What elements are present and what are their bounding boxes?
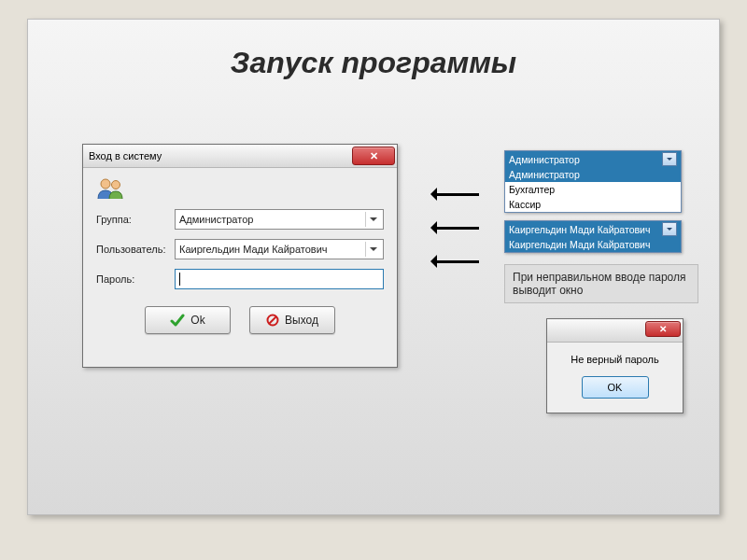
- password-row: Пароль:: [96, 269, 384, 289]
- chevron-down-icon[interactable]: [662, 222, 677, 236]
- login-titlebar[interactable]: Вход в систему ✕: [83, 145, 397, 168]
- arrow-icon: [424, 188, 479, 201]
- login-window: Вход в систему ✕ Группа: Администратор: [82, 144, 398, 368]
- svg-point-1: [112, 181, 120, 189]
- close-button[interactable]: ✕: [352, 147, 395, 165]
- error-titlebar[interactable]: ✕: [547, 319, 683, 343]
- page-title: Запуск программы: [28, 20, 719, 80]
- password-label: Пароль:: [96, 273, 175, 285]
- group-dropdown-list: Администратор Бухгалтер Кассир: [505, 167, 681, 212]
- group-dropdown[interactable]: Администратор Администратор Бухгалтер Ка…: [504, 150, 682, 213]
- user-dropdown-selected: Каиргельдин Мади Кайратович: [509, 223, 650, 236]
- group-dropdown-selected: Администратор: [509, 153, 580, 166]
- forbidden-icon: [266, 314, 279, 327]
- svg-point-0: [101, 179, 110, 189]
- button-row: Ok Выход: [96, 306, 384, 334]
- user-dropdown[interactable]: Каиргельдин Мади Кайратович Каиргельдин …: [504, 220, 682, 253]
- user-value: Каиргельдин Мади Кайратович: [179, 244, 328, 255]
- exit-button[interactable]: Выход: [249, 306, 335, 334]
- error-dialog: ✕ Не верный пароль OK: [546, 318, 684, 413]
- ok-label: Ok: [190, 314, 204, 327]
- check-icon: [170, 313, 185, 328]
- chevron-down-icon: [365, 212, 381, 227]
- group-select[interactable]: Администратор: [175, 209, 384, 230]
- user-select[interactable]: Каиргельдин Мади Кайратович: [175, 239, 384, 259]
- exit-label: Выход: [285, 314, 318, 327]
- group-row: Группа: Администратор: [96, 209, 384, 230]
- user-dropdown-list: Каиргельдин Мади Кайратович: [505, 237, 681, 252]
- close-icon: ✕: [370, 150, 378, 162]
- slide: Запуск программы Вход в систему ✕ Группа…: [27, 19, 720, 515]
- text-cursor: [179, 273, 180, 286]
- user-label: Пользователь:: [96, 244, 175, 255]
- login-body: Группа: Администратор Пользователь: Каир…: [83, 168, 397, 334]
- chevron-down-icon[interactable]: [662, 152, 677, 166]
- error-message: Не верный пароль: [547, 343, 683, 365]
- login-window-title: Вход в систему: [89, 150, 162, 161]
- arrow-icon: [424, 255, 479, 268]
- error-ok-button[interactable]: OK: [582, 376, 649, 399]
- group-label: Группа:: [96, 214, 175, 225]
- group-option[interactable]: Кассир: [505, 197, 681, 212]
- group-option[interactable]: Администратор: [505, 167, 681, 182]
- group-option[interactable]: Бухгалтер: [505, 182, 681, 197]
- close-icon: ✕: [659, 324, 667, 334]
- user-option[interactable]: Каиргельдин Мади Кайратович: [505, 237, 681, 252]
- ok-button[interactable]: Ok: [145, 306, 231, 334]
- error-ok-label: OK: [608, 382, 623, 393]
- svg-line-3: [269, 316, 276, 324]
- close-button[interactable]: ✕: [645, 321, 681, 337]
- group-dropdown-head[interactable]: Администратор: [505, 151, 681, 167]
- group-value: Администратор: [179, 214, 253, 225]
- arrow-icon: [424, 221, 479, 234]
- user-dropdown-head[interactable]: Каиргельдин Мади Кайратович: [505, 221, 681, 237]
- users-icon: [96, 177, 124, 200]
- chevron-down-icon: [365, 242, 381, 257]
- user-row: Пользователь: Каиргельдин Мади Кайратови…: [96, 239, 384, 259]
- password-note: При неправильном вводе пароля выводит ок…: [504, 264, 698, 303]
- password-input[interactable]: [175, 269, 384, 289]
